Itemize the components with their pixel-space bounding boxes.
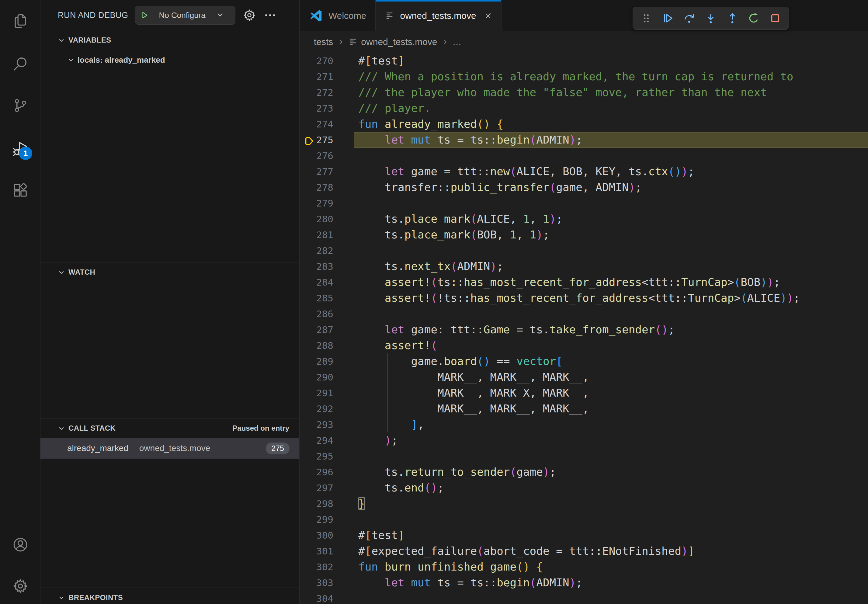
line-number-gutter[interactable]: 280 [300,211,354,227]
line-number-gutter[interactable]: 279 [300,195,354,211]
step-into-icon[interactable] [702,10,719,27]
code-line[interactable]: 303 let mut ts = ts::begin(ADMIN); [300,575,868,591]
code-line-content[interactable]: let mut ts = ts::begin(ADMIN); [354,575,868,591]
line-number-gutter[interactable]: 290 [300,369,354,385]
line-number-gutter[interactable]: 273 [300,101,354,116]
variables-locals-item[interactable]: locals: already_marked [40,50,299,70]
stop-icon[interactable] [767,10,784,27]
debug-configuration-dropdown[interactable]: No Configura [135,6,236,25]
code-line-content[interactable]: #[expected_failure(abort_code = ttt::ENo… [354,543,868,559]
line-number-gutter[interactable]: 272 [300,85,354,101]
code-line[interactable]: 291 MARK__, MARK_X, MARK__, [300,385,868,401]
code-line[interactable]: 276 [300,148,868,164]
search-icon[interactable] [12,56,29,72]
line-number-gutter[interactable]: 287 [300,322,354,338]
line-number-gutter[interactable]: 275 [300,132,354,148]
code-line-content[interactable]: /// player. [354,101,868,116]
code-line-content[interactable]: ts.place_mark(ALICE, 1, 1); [354,211,868,227]
code-line[interactable]: 286 [300,306,868,322]
call-stack-frame[interactable]: already_marked owned_tests.move 275 [40,438,299,458]
code-line[interactable]: 280 ts.place_mark(ALICE, 1, 1); [300,211,868,227]
code-line[interactable]: 284 assert!(ts::has_most_recent_for_addr… [300,274,868,290]
code-line-content[interactable]: ts.return_to_sender(game); [354,464,868,480]
line-number-gutter[interactable]: 298 [300,496,354,511]
code-line[interactable]: 300#[test] [300,527,868,543]
line-number-gutter[interactable]: 285 [300,290,354,306]
code-line-content[interactable]: let game: ttt::Game = ts.take_from_sende… [354,322,868,338]
tab-welcome[interactable]: Welcome [300,0,376,31]
close-icon[interactable] [484,12,492,20]
line-number-gutter[interactable]: 270 [300,53,354,69]
line-number-gutter[interactable]: 295 [300,448,354,464]
line-number-gutter[interactable]: 303 [300,575,354,591]
breadcrumb-item-symbol[interactable]: … [453,37,462,47]
code-line-content[interactable]: /// When a position is already marked, t… [354,69,868,85]
step-out-icon[interactable] [724,10,741,27]
code-line[interactable]: 293 ], [300,417,868,432]
breadcrumb-item-tests[interactable]: tests [314,37,333,47]
code-line[interactable]: 279 [300,195,868,211]
code-line[interactable]: 287 let game: ttt::Game = ts.take_from_s… [300,322,868,338]
code-line[interactable]: 285 assert!(!ts::has_most_recent_for_add… [300,290,868,306]
watch-section-header[interactable]: WATCH [40,262,299,282]
code-line[interactable]: 290 MARK__, MARK__, MARK__, [300,369,868,385]
code-line-content[interactable]: assert!(ts::has_most_recent_for_address<… [354,274,868,290]
line-number-gutter[interactable]: 304 [300,591,354,604]
breadcrumb-item-file[interactable]: owned_tests.move [361,37,437,47]
restart-icon[interactable] [745,10,762,27]
continue-icon[interactable] [659,10,676,27]
debug-settings-gear-icon[interactable] [243,9,256,22]
code-line-content[interactable]: MARK__, MARK__, MARK__, [354,401,868,417]
code-line[interactable]: 271/// When a position is already marked… [300,69,868,85]
more-actions-ellipsis-icon[interactable] [264,9,277,22]
code-line[interactable]: 297 ts.end(); [300,480,868,496]
code-line-content[interactable]: ts.place_mark(BOB, 1, 1); [354,227,868,243]
code-line[interactable]: 274fun already_marked() { [300,116,868,132]
code-line-content[interactable]: assert!(!ts::has_most_recent_for_address… [354,290,868,306]
code-line-content[interactable]: assert!( [354,338,868,353]
code-line-content[interactable]: game.board() == vector[ [354,353,868,369]
line-number-gutter[interactable]: 289 [300,353,354,369]
line-number-gutter[interactable]: 282 [300,243,354,259]
code-line-content[interactable] [354,448,868,464]
code-line-content[interactable]: ); [354,432,868,448]
code-line[interactable]: 299 [300,511,868,527]
line-number-gutter[interactable]: 286 [300,306,354,322]
code-line-content[interactable]: fun already_marked() { [354,116,868,132]
code-line[interactable]: 270#[test] [300,53,868,69]
code-line-content[interactable]: ts.end(); [354,480,868,496]
code-line[interactable]: 283 ts.next_tx(ADMIN); [300,259,868,274]
code-line[interactable]: 282 [300,243,868,259]
line-number-gutter[interactable]: 292 [300,401,354,417]
line-number-gutter[interactable]: 277 [300,164,354,180]
code-line[interactable]: 294 ); [300,432,868,448]
code-line[interactable]: 295 [300,448,868,464]
line-number-gutter[interactable]: 299 [300,511,354,527]
line-number-gutter[interactable]: 293 [300,417,354,432]
line-number-gutter[interactable]: 283 [300,259,354,274]
code-line[interactable]: 301#[expected_failure(abort_code = ttt::… [300,543,868,559]
line-number-gutter[interactable]: 300 [300,527,354,543]
code-line-content[interactable]: #[test] [354,53,868,69]
run-play-icon[interactable] [135,6,154,24]
code-line-content[interactable]: ], [354,417,868,432]
code-line-content[interactable]: fun burn_unfinished_game() { [354,559,868,575]
code-line-content[interactable]: } [354,496,868,511]
account-icon[interactable] [12,536,29,553]
code-line-content[interactable]: transfer::public_transfer(game, ADMIN); [354,180,868,195]
code-line[interactable]: 288 assert!( [300,338,868,353]
code-line-content[interactable] [354,511,868,527]
line-number-gutter[interactable]: 297 [300,480,354,496]
line-number-gutter[interactable]: 294 [300,432,354,448]
source-control-icon[interactable] [12,97,29,114]
code-line-content[interactable] [354,195,868,211]
code-line[interactable]: 289 game.board() == vector[ [300,353,868,369]
line-number-gutter[interactable]: 281 [300,227,354,243]
code-line-content[interactable]: ts.next_tx(ADMIN); [354,259,868,274]
code-line[interactable]: 281 ts.place_mark(BOB, 1, 1); [300,227,868,243]
line-number-gutter[interactable]: 291 [300,385,354,401]
code-line-content[interactable] [354,243,868,259]
line-number-gutter[interactable]: 274 [300,116,354,132]
code-line-content[interactable]: MARK__, MARK__, MARK__, [354,369,868,385]
line-number-gutter[interactable]: 296 [300,464,354,480]
